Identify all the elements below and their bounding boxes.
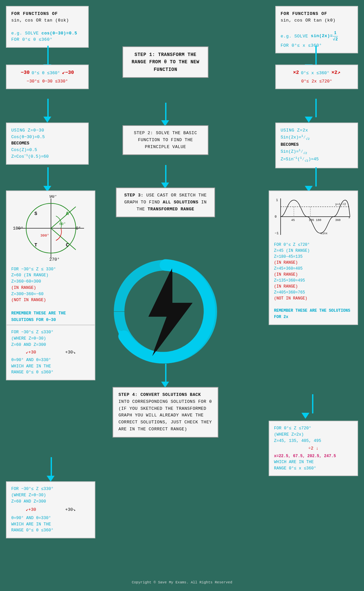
left-final-box: FOR −30°≤ Z ≤330° (WHERE Z=θ−30) Z=60 AN… bbox=[6, 481, 95, 538]
left-z-line2: Cos(θ−30)=0.5 bbox=[11, 134, 83, 140]
left-final-values: Z=60 AND Z=300 bbox=[11, 499, 90, 505]
svg-text:135 180: 135 180 bbox=[309, 219, 321, 222]
step3-label: STEP 3: USE CAST OR SKETCH THE GRAPH TO … bbox=[122, 192, 209, 213]
left-sol-values: Z=60 AND Z=300 bbox=[11, 342, 90, 348]
svg-text:0°: 0° bbox=[76, 226, 81, 231]
topleft-range: FOR 0°≤ θ ≤360° bbox=[11, 36, 83, 43]
left-arrow4-line bbox=[51, 457, 52, 476]
left-minus30-right: ↙−30 bbox=[62, 69, 74, 77]
svg-text:T: T bbox=[34, 242, 37, 248]
graph-sol7: (IN RANGE) bbox=[274, 284, 353, 290]
left-final-result3: RANGE 0°≤ θ ≤360° bbox=[11, 527, 90, 534]
step4-box: STEP 4: CONVERT SOLUTIONS BACK INTO CORR… bbox=[113, 387, 218, 438]
left-final-range: FOR −30°≤ Z ≤330° bbox=[11, 486, 90, 492]
svg-text:90°: 90° bbox=[49, 195, 57, 199]
graph-sol3: (IN RANGE) bbox=[274, 260, 353, 266]
right-arrow4-line bbox=[312, 394, 313, 413]
right-z-line1: USING Z=2x bbox=[281, 127, 353, 134]
right-arrow3-line bbox=[315, 167, 317, 187]
left-arrow3-line bbox=[47, 167, 49, 187]
topright-example-label: e.g. SOLVE bbox=[281, 33, 308, 38]
right-final-result3: RANGE 0°≤ x ≤360° bbox=[274, 465, 353, 472]
left-sol-ops: ↙+30 +30↘ bbox=[11, 349, 90, 356]
lightning-area bbox=[103, 258, 228, 364]
right-x2-right: ×2↗ bbox=[331, 69, 340, 77]
right-arrow2-line bbox=[315, 99, 317, 117]
left-range-result: −30°≤ θ−30 ≤330° bbox=[11, 78, 83, 85]
graph-sol9: (NOT IN RANGE) bbox=[274, 296, 353, 301]
step2-label: STEP 2: SOLVE THE BASIC FUNCTION TO FIND… bbox=[128, 130, 203, 150]
left-sol-op-right: +30↘ bbox=[65, 349, 75, 356]
cast-line1: Z=60 (IN RANGE) bbox=[11, 272, 90, 279]
svg-text:S: S bbox=[34, 211, 37, 216]
right-final-op: ÷2 ↓ bbox=[274, 445, 353, 452]
left-final-op-right: +30↘ bbox=[65, 507, 75, 513]
left-z-line1: USING Z=θ−30 bbox=[11, 127, 83, 134]
topleft-subheading: sin, cos OR tan (θ±k) bbox=[11, 17, 83, 24]
left-sol-result2: WHICH ARE IN THE bbox=[11, 363, 90, 370]
right-final-where: (WHERE Z=2x) bbox=[274, 432, 353, 438]
cast-diagram: 90° 270° 180° 0° S A T C 60° 300° bbox=[11, 195, 91, 261]
topleft-box: FOR FUNCTIONS OF sin, cos OR tan (θ±k) e… bbox=[6, 6, 89, 48]
step4-label: STEP 4: CONVERT SOLUTIONS BACK INTO CORR… bbox=[118, 392, 212, 433]
left-z-box: USING Z=θ−30 Cos(θ−30)=0.5 BECOMES Cos(Z… bbox=[6, 123, 89, 165]
right-final-box: FOR 0°≤ Z ≤720° (WHERE Z=2x) Z=45, 135, … bbox=[269, 421, 358, 476]
left-arrow4-head bbox=[47, 476, 55, 482]
step1-box: STEP 1: TRANSFORM THE RANGE FROM θ TO TH… bbox=[122, 46, 208, 78]
svg-text:45: 45 bbox=[291, 219, 295, 222]
left-z-line4: Cos(Z)=0.5 bbox=[11, 147, 83, 153]
center-arrow2-line bbox=[165, 165, 166, 183]
svg-text:1: 1 bbox=[276, 198, 278, 202]
graph-sol5: (IN RANGE) bbox=[274, 272, 353, 278]
left-sol-where: (WHERE Z=θ−30) bbox=[11, 336, 90, 342]
left-z-line5: Z=Cos−1(0.5)=60 bbox=[11, 153, 83, 160]
cast-reminder: REMEMBER THESE ARE THE SOLUTIONS FOR θ−3… bbox=[11, 310, 90, 323]
left-arrow2-line bbox=[47, 99, 49, 117]
topright-subheading: sin, cos OR tan (kθ) bbox=[281, 17, 353, 24]
left-final-op-left: ↙+30 bbox=[26, 507, 36, 513]
right-z-box: USING Z=2x Sin(2x)=1⁄√2 BECOMES Sin(Z)=1… bbox=[275, 123, 358, 168]
topright-box: FOR FUNCTIONS OF sin, cos OR tan (kθ) e.… bbox=[275, 6, 358, 53]
topleft-example-label: e.g. SOLVE bbox=[11, 31, 39, 36]
center-arrow3-line bbox=[165, 364, 166, 382]
step1-label: STEP 1: TRANSFORM THE RANGE FROM θ TO TH… bbox=[128, 51, 203, 73]
cast-range-heading: FOR −30°≤ Z ≤ 330° bbox=[11, 266, 90, 273]
left-range-text: 0°≤ θ ≤360° bbox=[32, 70, 60, 77]
left-sol-result3: RANGE 0°≤ θ ≤360° bbox=[11, 369, 90, 376]
sine-graph: 1 0 −1 y=1/√2 45 135 180 360 x sinx bbox=[274, 195, 353, 238]
graph-sol8: Z=405+360=765 bbox=[274, 290, 353, 296]
left-cast-box: 90° 270° 180° 0° S A T C 60° 300° FOR −3… bbox=[6, 190, 95, 328]
left-final-where: (WHERE Z=θ−30) bbox=[11, 492, 90, 499]
right-z-line5: Z=Sin−1(1⁄√2)=45 bbox=[281, 156, 353, 164]
center-arrow1-line bbox=[165, 103, 166, 121]
right-z-line2: Sin(2x)=1⁄√2 bbox=[281, 134, 353, 142]
right-arrow1-line bbox=[315, 46, 317, 65]
cast-line3: (IN RANGE) bbox=[11, 285, 90, 291]
right-arrow4-head bbox=[301, 413, 309, 419]
svg-text:60°: 60° bbox=[59, 222, 66, 226]
left-z-line3: BECOMES bbox=[11, 140, 83, 147]
svg-text:sinx: sinx bbox=[320, 232, 328, 235]
left-final-result1: θ=90° AND θ=330° bbox=[11, 515, 90, 521]
right-graph-box: 1 0 −1 y=1/√2 45 135 180 360 x sinx FOR … bbox=[269, 190, 358, 325]
left-sol-result1: θ=90° AND θ=330° bbox=[11, 357, 90, 363]
right-z-line4: Sin(Z)=1⁄√2 bbox=[281, 148, 353, 156]
svg-text:360: 360 bbox=[335, 219, 341, 222]
right-x2-left: ×2 bbox=[293, 69, 299, 77]
left-sol-op-left: ↙+30 bbox=[26, 349, 36, 356]
right-arrow2-head bbox=[305, 117, 313, 123]
topleft-example-eq: cos(θ−30)=0.5 bbox=[41, 31, 77, 36]
svg-text:0: 0 bbox=[275, 215, 277, 219]
svg-line-12 bbox=[51, 228, 76, 250]
right-final-values: Z=45, 135, 405, 495 bbox=[274, 438, 353, 444]
left-minus30-left: −30 bbox=[21, 69, 30, 77]
topright-heading: FOR FUNCTIONS OF bbox=[281, 11, 353, 17]
left-arrow2-head bbox=[43, 117, 51, 123]
svg-text:300°: 300° bbox=[40, 234, 49, 238]
lightning-svg bbox=[103, 258, 228, 364]
right-final-result2: WHICH ARE IN THE bbox=[274, 459, 353, 465]
left-arrow1-line bbox=[47, 46, 49, 65]
svg-text:180°: 180° bbox=[13, 226, 23, 231]
graph-sol4: Z=45+360=405 bbox=[274, 266, 353, 272]
topleft-example: e.g. SOLVE cos(θ−30)=0.5 bbox=[11, 30, 83, 37]
